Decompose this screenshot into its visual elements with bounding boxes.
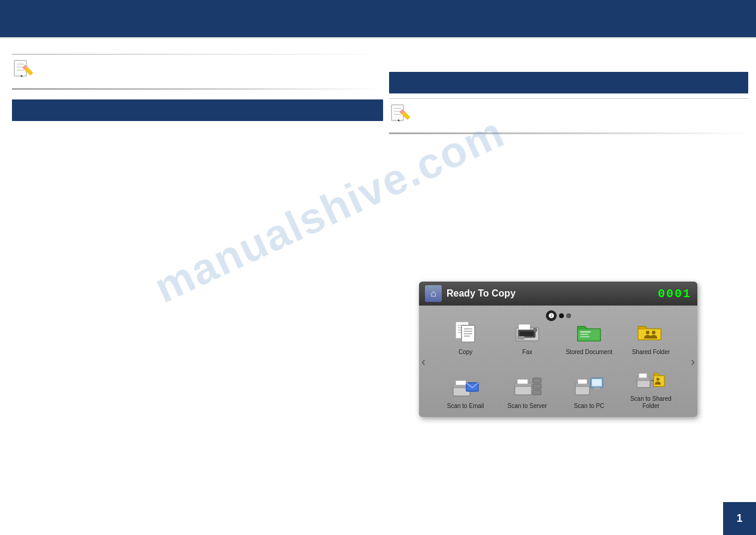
svg-rect-51 bbox=[578, 379, 587, 384]
scan-email-icon bbox=[450, 371, 481, 400]
left-line-bottom bbox=[12, 88, 383, 90]
grid-item-shared-folder[interactable]: Shared Folder bbox=[621, 310, 681, 358]
left-column bbox=[12, 54, 383, 121]
copy-count: 0001 bbox=[658, 287, 691, 301]
nav-arrow-right[interactable]: › bbox=[691, 355, 695, 368]
svg-rect-55 bbox=[592, 389, 602, 391]
page-indicator: 1 bbox=[723, 502, 756, 535]
svg-rect-27 bbox=[520, 331, 534, 336]
right-section-bottom-line bbox=[389, 132, 748, 134]
svg-rect-53 bbox=[592, 379, 602, 386]
scan-pc-icon bbox=[573, 371, 605, 400]
svg-point-35 bbox=[646, 331, 649, 334]
svg-point-36 bbox=[652, 331, 655, 334]
nav-arrow-left[interactable]: ‹ bbox=[421, 355, 426, 368]
shared-folder-label: Shared Folder bbox=[632, 349, 670, 356]
right-column bbox=[389, 72, 748, 134]
ready-to-copy-text: Ready To Copy bbox=[447, 288, 515, 299]
printer-ui-panel: ⌂ Ready To Copy 0001 ❶ ‹ › bbox=[419, 282, 697, 417]
right-note-icon bbox=[389, 104, 411, 125]
left-note-section bbox=[12, 54, 383, 90]
scan-shared-folder-label: Scan to Shared Folder bbox=[624, 395, 678, 410]
copy-label: Copy bbox=[459, 349, 472, 356]
left-blue-bar bbox=[12, 99, 383, 121]
printer-grid-container: ❶ ‹ › bbox=[419, 306, 697, 417]
svg-point-28 bbox=[533, 328, 537, 332]
svg-rect-39 bbox=[456, 380, 466, 385]
stored-document-icon bbox=[573, 318, 605, 346]
svg-rect-48 bbox=[533, 390, 541, 395]
svg-rect-46 bbox=[533, 378, 541, 383]
svg-rect-58 bbox=[639, 373, 647, 378]
dot-1 bbox=[559, 313, 564, 318]
svg-rect-31 bbox=[580, 331, 591, 333]
svg-rect-25 bbox=[518, 324, 530, 330]
svg-rect-61 bbox=[654, 376, 664, 386]
printer-header-left: ⌂ Ready To Copy bbox=[425, 285, 515, 302]
right-note-section bbox=[389, 98, 748, 134]
grid-item-scan-server[interactable]: Scan to Server bbox=[497, 361, 557, 412]
grid-item-scan-pc[interactable]: Scan to PC bbox=[560, 361, 619, 412]
page-number: 1 bbox=[736, 512, 742, 525]
dots-indicator: ❶ bbox=[546, 310, 571, 321]
svg-rect-33 bbox=[580, 336, 590, 337]
printer-header: ⌂ Ready To Copy 0001 bbox=[419, 282, 697, 306]
svg-rect-43 bbox=[517, 379, 528, 384]
fax-label: Fax bbox=[523, 349, 533, 356]
svg-rect-29 bbox=[517, 336, 524, 340]
scan-email-label: Scan to Email bbox=[447, 403, 484, 410]
header-accent bbox=[0, 37, 756, 39]
left-note-icon bbox=[12, 59, 34, 81]
left-line-top bbox=[12, 54, 383, 55]
right-blue-header bbox=[389, 72, 748, 93]
printer-grid: Copy Fax bbox=[421, 310, 695, 412]
svg-rect-47 bbox=[533, 384, 541, 389]
home-icon-shape: ⌂ bbox=[430, 288, 436, 299]
grid-item-copy[interactable]: Copy bbox=[436, 310, 495, 358]
home-icon[interactable]: ⌂ bbox=[425, 285, 442, 302]
scan-server-icon bbox=[512, 371, 543, 400]
svg-rect-54 bbox=[594, 388, 600, 389]
scan-server-label: Scan to Server bbox=[508, 403, 547, 410]
dot-2 bbox=[566, 313, 571, 318]
header-bar bbox=[0, 0, 756, 37]
scan-shared-folder-icon bbox=[635, 364, 666, 393]
grid-item-scan-shared[interactable]: Scan to Shared Folder bbox=[621, 361, 681, 412]
grid-item-scan-email[interactable]: Scan to Email bbox=[436, 361, 495, 412]
stored-document-label: Stored Document bbox=[566, 349, 612, 356]
info-dot: ❶ bbox=[546, 310, 557, 321]
fax-icon bbox=[512, 318, 543, 346]
svg-rect-32 bbox=[580, 334, 588, 335]
svg-point-62 bbox=[657, 378, 660, 381]
scan-pc-label: Scan to PC bbox=[574, 403, 605, 410]
shared-folder-icon bbox=[635, 318, 666, 346]
copy-icon bbox=[450, 318, 481, 346]
